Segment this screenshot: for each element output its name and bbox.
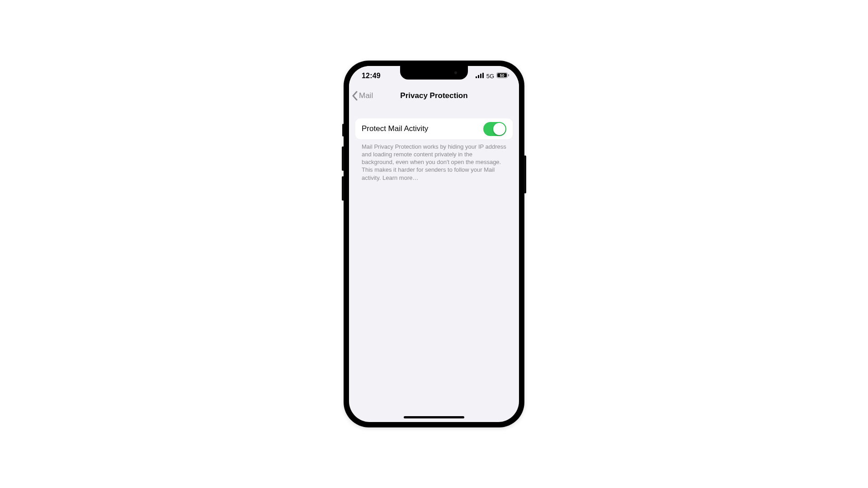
home-indicator[interactable]	[404, 416, 464, 418]
device-frame: 12:49 5G 50	[344, 61, 524, 427]
volume-down-button	[342, 176, 344, 201]
setting-label: Protect Mail Activity	[362, 124, 428, 133]
svg-text:50: 50	[500, 73, 504, 78]
page-title: Privacy Protection	[349, 91, 519, 100]
notch	[400, 66, 468, 80]
front-camera-icon	[454, 71, 457, 74]
content-area: Protect Mail Activity Mail Privacy Prote…	[349, 106, 519, 422]
back-button-label: Mail	[359, 91, 373, 100]
toggle-knob	[493, 123, 505, 135]
svg-rect-1	[478, 75, 479, 78]
battery-icon: 50	[496, 72, 509, 80]
svg-rect-0	[476, 76, 477, 78]
protect-mail-activity-toggle[interactable]	[483, 122, 506, 136]
status-time: 12:49	[362, 72, 381, 80]
cellular-signal-icon	[476, 72, 484, 80]
side-button	[524, 155, 526, 193]
svg-rect-5	[508, 74, 509, 76]
svg-rect-2	[480, 74, 481, 78]
screen: 12:49 5G 50	[349, 66, 519, 422]
protect-mail-activity-row: Protect Mail Activity	[355, 118, 513, 139]
setting-description: Mail Privacy Protection works by hiding …	[355, 139, 513, 182]
volume-up-button	[342, 146, 344, 171]
status-right: 5G 50	[476, 72, 509, 80]
mute-switch	[342, 124, 344, 136]
back-button[interactable]: Mail	[349, 91, 373, 101]
network-type-label: 5G	[486, 73, 494, 80]
learn-more-link[interactable]: Learn more…	[382, 174, 418, 181]
svg-rect-3	[482, 73, 484, 78]
chevron-left-icon	[352, 91, 358, 101]
navigation-bar: Mail Privacy Protection	[349, 86, 519, 106]
